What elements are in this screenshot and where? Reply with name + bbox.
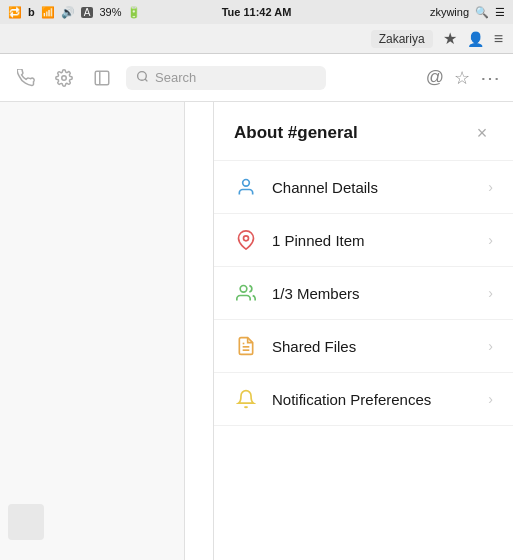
- toolbar-right: @ ☆ ⋯: [426, 66, 501, 90]
- svg-rect-1: [95, 71, 109, 85]
- members-label: 1/3 Members: [272, 285, 474, 302]
- phone-icon[interactable]: [12, 64, 40, 92]
- sidebar-toggle-icon[interactable]: [88, 64, 116, 92]
- avatar-browser-icon[interactable]: 👤: [467, 31, 484, 47]
- menu-item-members[interactable]: 1/3 Members ›: [214, 267, 513, 320]
- channel-details-label: Channel Details: [272, 179, 474, 196]
- panel-channel-name: #general: [288, 123, 358, 142]
- panel-menu-list: Channel Details › 1 Pinned Item ›: [214, 161, 513, 426]
- status-icon-wifi: 📶: [41, 6, 55, 19]
- sidebar-mini-box: [8, 504, 44, 540]
- more-toolbar-icon[interactable]: ⋯: [480, 66, 501, 90]
- svg-point-3: [138, 71, 147, 80]
- menu-status-icon[interactable]: ☰: [495, 6, 505, 19]
- status-icon-2: b: [28, 6, 35, 18]
- gear-icon[interactable]: [50, 64, 78, 92]
- bookmark-toolbar-icon[interactable]: ☆: [454, 67, 470, 89]
- svg-point-0: [62, 75, 67, 80]
- channel-details-chevron: ›: [488, 179, 493, 195]
- battery-icon: 🔋: [127, 6, 141, 19]
- status-left: 🔁 b 📶 🔊 A 39% 🔋: [8, 6, 141, 19]
- search-icon: [136, 70, 149, 86]
- menu-item-pinned[interactable]: 1 Pinned Item ›: [214, 214, 513, 267]
- shared-files-label: Shared Files: [272, 338, 474, 355]
- panel-title: About #general: [234, 123, 358, 143]
- menu-item-notifications[interactable]: Notification Preferences ›: [214, 373, 513, 426]
- panel-header: About #general ×: [214, 102, 513, 161]
- status-username: zkywing: [430, 6, 469, 18]
- toolbar: Search @ ☆ ⋯: [0, 54, 513, 102]
- close-panel-button[interactable]: ×: [471, 122, 493, 144]
- members-chevron: ›: [488, 285, 493, 301]
- browser-bar: Zakariya ★ 👤 ≡: [0, 24, 513, 54]
- status-icon-1: 🔁: [8, 6, 22, 19]
- about-panel: About #general × Channel Details ›: [213, 102, 513, 560]
- at-icon[interactable]: @: [426, 67, 444, 88]
- svg-point-7: [240, 286, 247, 293]
- main-area: About #general × Channel Details ›: [0, 102, 513, 560]
- status-icon-volume: 🔊: [61, 6, 75, 19]
- svg-point-6: [244, 236, 249, 241]
- left-sidebar: [0, 102, 185, 560]
- status-time: Tue 11:42 AM: [222, 6, 292, 18]
- svg-point-5: [243, 180, 250, 187]
- sidebar-content: [0, 102, 184, 560]
- search-status-icon[interactable]: 🔍: [475, 6, 489, 19]
- shared-files-chevron: ›: [488, 338, 493, 354]
- notifications-label: Notification Preferences: [272, 391, 474, 408]
- toolbar-left: [12, 64, 116, 92]
- zakariya-label: Zakariya: [371, 30, 433, 48]
- panel-title-about: About: [234, 123, 288, 142]
- menu-item-channel-details[interactable]: Channel Details ›: [214, 161, 513, 214]
- svg-line-4: [145, 79, 147, 81]
- pinned-label: 1 Pinned Item: [272, 232, 474, 249]
- members-icon: [234, 281, 258, 305]
- menu-item-shared-files[interactable]: Shared Files ›: [214, 320, 513, 373]
- search-bar[interactable]: Search: [126, 66, 326, 90]
- shared-files-icon: [234, 334, 258, 358]
- notifications-chevron: ›: [488, 391, 493, 407]
- status-icon-a: A: [81, 7, 94, 18]
- battery-text: 39%: [99, 6, 121, 18]
- pinned-icon: [234, 228, 258, 252]
- bookmark-browser-icon[interactable]: ★: [443, 29, 457, 48]
- pinned-chevron: ›: [488, 232, 493, 248]
- status-right: zkywing 🔍 ☰: [430, 6, 505, 19]
- notifications-icon: [234, 387, 258, 411]
- status-bar: 🔁 b 📶 🔊 A 39% 🔋 Tue 11:42 AM zkywing 🔍 ☰: [0, 0, 513, 24]
- search-placeholder: Search: [155, 70, 196, 85]
- channel-details-icon: [234, 175, 258, 199]
- menu-browser-icon[interactable]: ≡: [494, 30, 503, 48]
